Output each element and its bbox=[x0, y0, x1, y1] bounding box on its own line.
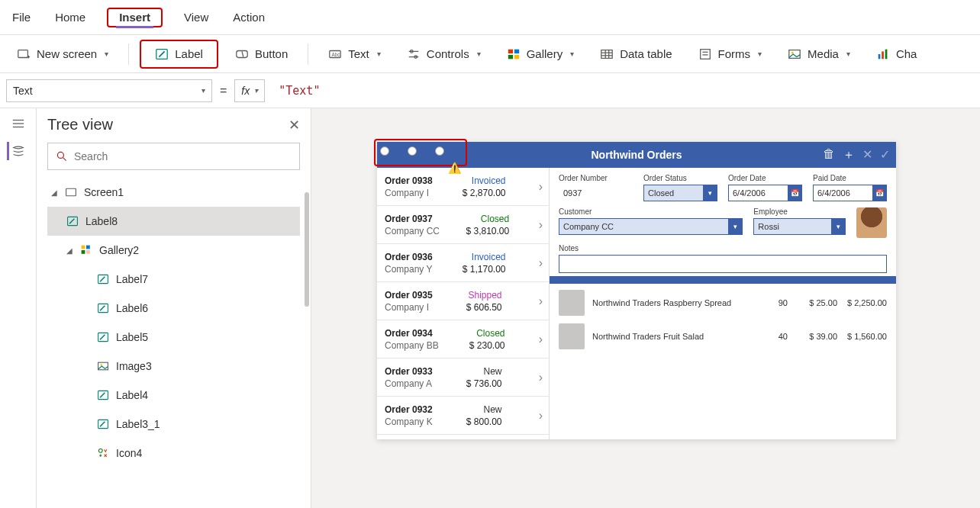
status-dropdown[interactable]: Closed▾ bbox=[643, 185, 717, 201]
app-header: ⚠️ Northwind Orders 🗑 ＋ ✕ ✓ bbox=[377, 142, 896, 168]
product-thumb bbox=[559, 290, 585, 316]
tree-label: Icon4 bbox=[116, 447, 142, 459]
property-selector[interactable]: Text ▾ bbox=[6, 79, 212, 102]
ribbon: New screen ▾ Label Button Abc Text ▾ Con… bbox=[0, 35, 980, 73]
chevron-down-icon: ▾ bbox=[831, 219, 845, 234]
tree-label: Label3_1 bbox=[116, 418, 160, 430]
menu-action[interactable]: Action bbox=[230, 6, 268, 28]
selection-handles[interactable]: ⚠️ bbox=[374, 139, 467, 166]
tree-node-image3[interactable]: Image3 bbox=[47, 352, 300, 381]
scrollbar[interactable] bbox=[305, 192, 309, 307]
forms-button[interactable]: Forms ▾ bbox=[689, 43, 772, 66]
new-screen-label: New screen bbox=[37, 47, 97, 60]
tree-node-label3-1[interactable]: Label3_1 bbox=[47, 410, 300, 439]
label-button[interactable]: Label bbox=[146, 43, 212, 66]
line-item: Northwind Traders Raspberry Spread90$ 25… bbox=[559, 290, 887, 316]
menu-home[interactable]: Home bbox=[52, 6, 89, 28]
app-body: Order 0938Company IInvoiced$ 2,870.00›Or… bbox=[377, 168, 896, 439]
chevron-right-icon: › bbox=[539, 180, 543, 194]
label-icon bbox=[96, 301, 110, 315]
search-box[interactable] bbox=[47, 143, 300, 170]
gallery-icon bbox=[79, 243, 93, 257]
chevron-right-icon: › bbox=[539, 256, 543, 270]
gallery-icon bbox=[507, 47, 521, 61]
avatar bbox=[856, 207, 887, 238]
app-actions: 🗑 ＋ ✕ ✓ bbox=[823, 147, 890, 163]
chevron-down-icon: ▾ bbox=[570, 50, 574, 58]
label-icon bbox=[96, 388, 110, 402]
forms-icon bbox=[698, 47, 712, 61]
new-screen-button[interactable]: New screen ▾ bbox=[8, 43, 118, 66]
trash-icon[interactable]: 🗑 bbox=[823, 147, 835, 163]
tree-node-icon4[interactable]: Icon4 bbox=[47, 439, 300, 468]
text-button[interactable]: Abc Text ▾ bbox=[319, 43, 390, 66]
close-icon[interactable]: ✕ bbox=[289, 117, 300, 133]
resize-handle[interactable] bbox=[380, 146, 389, 156]
tree-label: Label8 bbox=[85, 215, 118, 227]
tree-label: Image3 bbox=[116, 360, 152, 372]
chevron-down-icon: ▾ bbox=[846, 50, 850, 58]
check-icon[interactable]: ✓ bbox=[880, 147, 890, 163]
fx-label: fx bbox=[241, 85, 250, 97]
tree-node-label5[interactable]: Label5 bbox=[47, 323, 300, 352]
svg-rect-25 bbox=[878, 54, 881, 59]
chevron-down-icon: ▾ bbox=[728, 219, 742, 234]
data-table-button[interactable]: Data table bbox=[591, 43, 681, 66]
calendar-icon: 📅 bbox=[872, 185, 886, 201]
formula-value[interactable]: "Text" bbox=[279, 84, 320, 98]
customer-dropdown[interactable]: Company CC▾ bbox=[559, 218, 743, 235]
plus-icon[interactable]: ＋ bbox=[843, 147, 855, 163]
order-item[interactable]: Order 0936Company YInvoiced$ 1,170.00› bbox=[377, 244, 549, 282]
chevron-right-icon: › bbox=[539, 371, 543, 384]
left-rail bbox=[0, 108, 37, 508]
menu-view[interactable]: View bbox=[181, 6, 211, 28]
chart-button[interactable]: Cha bbox=[867, 43, 927, 66]
equals-sign: = bbox=[220, 84, 227, 98]
tree-node-label6[interactable]: Label6 bbox=[47, 294, 300, 323]
employee-dropdown[interactable]: Rossi▾ bbox=[753, 218, 846, 235]
tree-node-gallery2[interactable]: ◢ Gallery2 bbox=[47, 236, 300, 265]
button-button[interactable]: Button bbox=[226, 43, 297, 66]
menu-file[interactable]: File bbox=[9, 6, 34, 28]
tree-label: Label6 bbox=[116, 302, 148, 314]
media-button[interactable]: Media ▾ bbox=[779, 43, 859, 66]
label-label: Label bbox=[175, 47, 203, 60]
order-item[interactable]: Order 0934Company BBClosed$ 230.00› bbox=[377, 320, 549, 358]
tree-view-icon[interactable] bbox=[7, 142, 25, 160]
image-icon bbox=[96, 359, 110, 373]
svg-rect-38 bbox=[86, 250, 90, 254]
paid-date-field[interactable]: 6/4/2006📅 bbox=[813, 185, 887, 201]
chevron-down-icon: ▾ bbox=[201, 86, 205, 95]
field-label: Order Date bbox=[728, 174, 802, 182]
controls-button[interactable]: Controls ▾ bbox=[398, 43, 490, 66]
button-label: Button bbox=[255, 47, 288, 60]
order-date-field[interactable]: 6/4/2006📅 bbox=[728, 185, 802, 201]
field-label: Employee bbox=[753, 207, 846, 216]
resize-handle[interactable] bbox=[435, 146, 444, 156]
button-icon bbox=[235, 47, 249, 61]
gallery-button[interactable]: Gallery ▾ bbox=[498, 43, 584, 66]
menu-insert[interactable]: Insert bbox=[116, 5, 153, 28]
order-item[interactable]: Order 0937Company CCClosed$ 3,810.00› bbox=[377, 206, 549, 244]
svg-rect-27 bbox=[885, 49, 888, 59]
notes-field[interactable] bbox=[559, 255, 887, 273]
label-icon bbox=[96, 330, 110, 344]
tree-node-label8[interactable]: Label8 bbox=[47, 207, 300, 236]
order-item[interactable]: Order 0938Company IInvoiced$ 2,870.00› bbox=[377, 168, 549, 206]
order-item[interactable]: Order 0932Company KNew$ 800.00› bbox=[377, 397, 549, 435]
close-icon[interactable]: ✕ bbox=[862, 147, 872, 163]
search-input[interactable] bbox=[74, 150, 292, 162]
field-label: Order Status bbox=[643, 174, 717, 182]
label-icon bbox=[155, 47, 169, 61]
order-item[interactable]: Order 0935Company IShipped$ 606.50› bbox=[377, 282, 549, 320]
hamburger-icon[interactable] bbox=[9, 114, 27, 133]
resize-handle[interactable] bbox=[408, 146, 417, 156]
order-item[interactable]: Order 0933Company ANew$ 736.00› bbox=[377, 358, 549, 397]
canvas[interactable]: ⚠️ Northwind Orders 🗑 ＋ ✕ ✓ Order 0938Co… bbox=[311, 108, 980, 508]
tree-node-label4[interactable]: Label4 bbox=[47, 381, 300, 410]
chevron-right-icon: › bbox=[539, 333, 543, 346]
divider bbox=[550, 276, 896, 284]
tree-node-label7[interactable]: Label7 bbox=[47, 265, 300, 294]
tree-node-screen1[interactable]: ◢ Screen1 bbox=[47, 178, 300, 207]
fx-button[interactable]: fx ▾ bbox=[234, 79, 265, 102]
